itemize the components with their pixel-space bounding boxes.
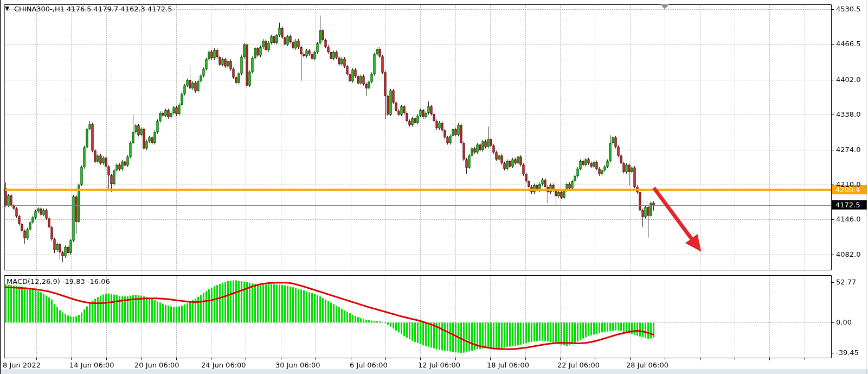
- time-axis-label: 28 Jul 06:00: [626, 361, 668, 369]
- time-axis-label: 18 Jul 06:00: [487, 361, 529, 369]
- price-axis-label: 4402.0: [836, 75, 861, 84]
- macd-indicator-label: MACD(12,26,9) -19.83 -16.06: [7, 277, 110, 286]
- chart-canvas[interactable]: [0, 0, 868, 374]
- macd-axis-label: 52.77: [836, 278, 856, 286]
- price-axis-label: 4274.0: [836, 145, 861, 154]
- chart-shift-marker-icon[interactable]: [660, 4, 669, 9]
- chart-title-ohlc: CHINA300-,H1 4176.5 4179.7 4162.3 4172.5: [14, 5, 172, 13]
- bid-price-badge: 4172.5: [832, 200, 867, 210]
- price-axis-label: 4338.0: [836, 110, 861, 118]
- price-axis-label: 4146.0: [836, 215, 861, 223]
- time-axis-label: 8 Jun 2022: [3, 361, 41, 369]
- window-right-edge: [866, 0, 866, 374]
- macd-axis-label: 0.00: [836, 318, 852, 326]
- chart-window: ▼ CHINA300-,H1 4176.5 4179.7 4162.3 4172…: [0, 0, 868, 374]
- macd-axis-label: -39.45: [836, 348, 859, 357]
- time-axis-label: 6 Jul 06:00: [350, 361, 388, 369]
- collapse-triangle-icon[interactable]: ▼: [5, 5, 9, 12]
- time-axis-label: 22 Jul 06:00: [557, 361, 600, 369]
- bottom-strip: [0, 369, 868, 374]
- time-axis-label: 12 Jul 06:00: [418, 361, 460, 369]
- price-axis-label: 4210.0: [836, 180, 861, 188]
- price-axis-label: 4082.0: [836, 250, 861, 258]
- price-axis-label: 4466.5: [836, 40, 861, 48]
- window-left-edge: [0, 0, 1, 374]
- time-axis-label: 14 Jun 06:00: [69, 361, 114, 369]
- time-axis-label: 30 Jun 06:00: [275, 361, 320, 369]
- time-axis-label: 24 Jun 06:00: [201, 361, 246, 369]
- time-axis-label: 20 Jun 06:00: [134, 361, 179, 369]
- price-axis-label: 4530.5: [836, 5, 861, 13]
